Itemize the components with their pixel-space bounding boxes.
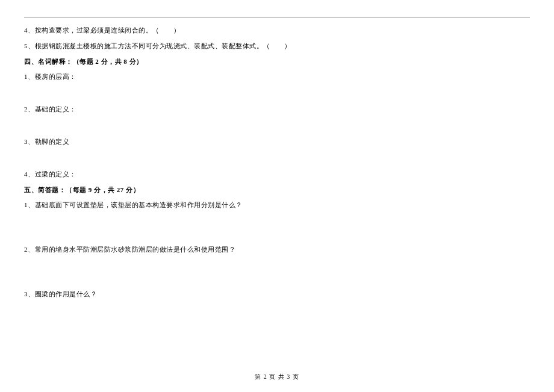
top-divider	[24, 17, 530, 17]
answer-space	[24, 119, 530, 136]
answer-space	[24, 215, 530, 244]
section-5-q3: 3、圈梁的作用是什么？	[24, 288, 530, 300]
section-5-header: 五、简答题：（每题 9 分，共 27 分）	[24, 184, 530, 196]
answer-space	[24, 260, 530, 288]
section-5-q2: 2、常用的墙身水平防潮层防水砂浆防潮层的做法是什么和使用范围？	[24, 244, 530, 256]
tf-question-4: 4、按构造要求，过梁必须是连续闭合的。（ ）	[24, 25, 530, 37]
answer-space	[24, 152, 530, 169]
answer-space	[24, 87, 530, 104]
document-page: 4、按构造要求，过梁必须是连续闭合的。（ ） 5、根据钢筋混凝土楼板的施工方法不…	[0, 0, 554, 300]
section-4-q3: 3、勒脚的定义	[24, 136, 530, 148]
section-5-q1: 1、基础底面下可设置垫层，该垫层的基本构造要求和作用分别是什么？	[24, 199, 530, 211]
section-4-q2: 2、基础的定义：	[24, 104, 530, 116]
section-4-header: 四、名词解释：（每题 2 分，共 8 分）	[24, 56, 530, 68]
page-footer: 第 2 页 共 3 页	[0, 373, 554, 381]
section-4-q1: 1、楼房的层高：	[24, 71, 530, 83]
section-4-q4: 4、过梁的定义：	[24, 169, 530, 181]
tf-question-5: 5、根据钢筋混凝土楼板的施工方法不同可分为现浇式、装配式、装配整体式。（ ）	[24, 40, 530, 52]
